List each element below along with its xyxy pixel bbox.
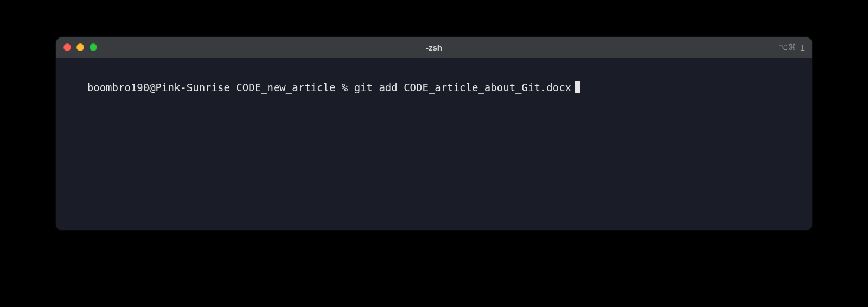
terminal-window: -zsh ⌥⌘1 boombro190@Pink-Sunrise CODE_ne… [56,37,812,230]
terminal-body[interactable]: boombro190@Pink-Sunrise CODE_new_article… [56,58,812,230]
close-button[interactable] [63,43,71,51]
option-command-icon: ⌥⌘ [778,42,797,52]
command-text: git add CODE_article_about_Git.docx [354,81,571,95]
window-titlebar[interactable]: -zsh ⌥⌘1 [56,37,812,58]
traffic-lights [63,43,97,51]
cursor-block [575,81,580,93]
minimize-button[interactable] [76,43,84,51]
tab-shortcut-hint: ⌥⌘1 [778,42,805,52]
zoom-button[interactable] [90,43,97,51]
shell-prompt: boombro190@Pink-Sunrise CODE_new_article… [87,81,354,95]
prompt-line: boombro190@Pink-Sunrise CODE_new_article… [87,79,580,95]
window-title: -zsh [426,43,442,52]
tab-number: 1 [800,43,805,52]
